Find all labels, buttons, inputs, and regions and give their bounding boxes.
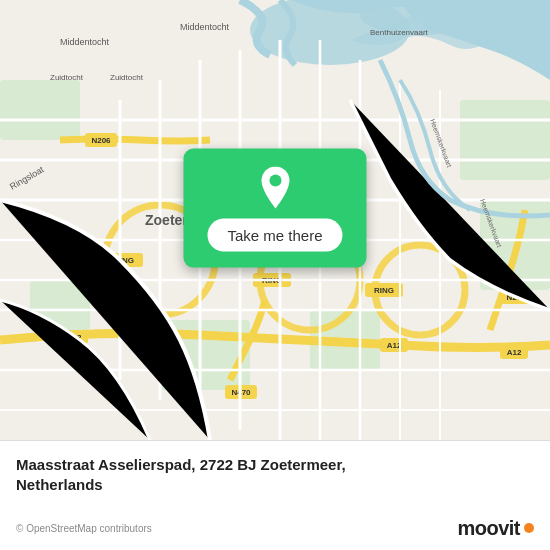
svg-text:Zoeter: Zoeter xyxy=(145,212,188,228)
info-bar: Maasstraat Asselierspad, 2722 BJ Zoeterm… xyxy=(0,440,550,550)
map-container: RING RING RING A12 A12 A12 N470 N209 N20… xyxy=(0,0,550,440)
svg-text:RING: RING xyxy=(374,286,394,295)
copyright-text: © OpenStreetMap contributors xyxy=(16,523,152,534)
svg-rect-3 xyxy=(0,80,80,140)
moovit-brand-text: moovit xyxy=(457,517,520,540)
moovit-dot-icon xyxy=(524,523,534,533)
address-display: Maasstraat Asselierspad, 2722 BJ Zoeterm… xyxy=(16,455,534,494)
svg-text:Middentocht: Middentocht xyxy=(60,37,110,47)
svg-point-39 xyxy=(269,175,281,187)
svg-rect-4 xyxy=(460,100,550,180)
navigation-button-overlay: Take me there xyxy=(183,149,366,268)
address-line2: Netherlands xyxy=(16,476,103,493)
svg-text:A12: A12 xyxy=(507,348,522,357)
svg-text:Middentocht: Middentocht xyxy=(180,22,230,32)
svg-text:Benthuizenvaart: Benthuizenvaart xyxy=(370,28,429,37)
address-line1: Maasstraat Asselierspad, 2722 BJ Zoeterm… xyxy=(16,456,346,473)
location-pin-icon xyxy=(257,167,293,211)
moovit-logo: moovit xyxy=(457,517,534,540)
svg-text:N206: N206 xyxy=(91,136,111,145)
green-card[interactable]: Take me there xyxy=(183,149,366,268)
svg-text:Zuidtocht: Zuidtocht xyxy=(110,73,144,82)
svg-text:Zuidtocht: Zuidtocht xyxy=(50,73,84,82)
footer: © OpenStreetMap contributors moovit xyxy=(16,517,534,540)
take-me-there-button[interactable]: Take me there xyxy=(207,219,342,252)
